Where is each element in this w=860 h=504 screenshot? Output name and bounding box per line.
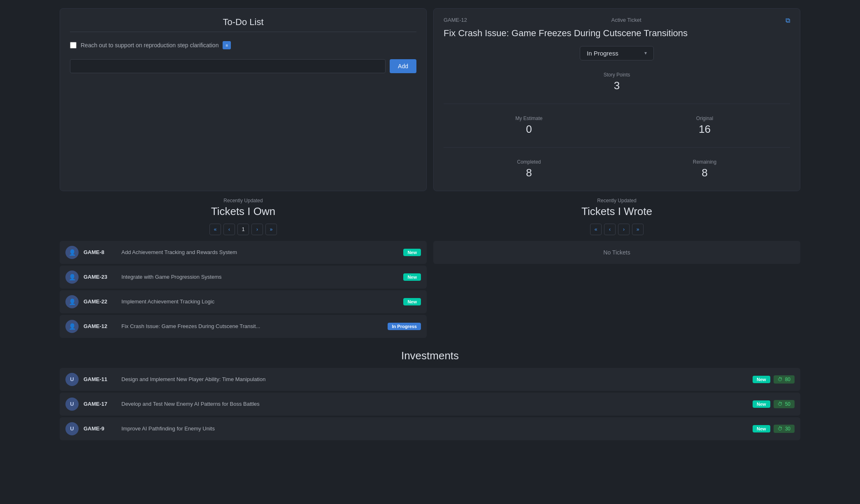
add-todo-button[interactable]: Add — [390, 59, 416, 73]
prev-page-btn[interactable]: ‹ — [223, 224, 235, 235]
todo-input[interactable] — [70, 59, 386, 73]
ticket-description: Fix Crash Issue: Game Freezes During Cut… — [121, 323, 383, 329]
avatar: U — [65, 422, 79, 435]
todo-checkbox-1[interactable] — [70, 42, 77, 49]
table-row[interactable]: 👤 GAME-23 Integrate with Game Progressio… — [60, 266, 427, 289]
list-item[interactable]: U GAME-17 Develop and Test New Enemy AI … — [60, 393, 800, 416]
avatar: 👤 — [65, 270, 79, 284]
points-value: 80 — [785, 377, 790, 382]
completed-value: 8 — [447, 166, 611, 179]
tickets-own-subtitle: Recently Updated — [60, 198, 427, 203]
my-estimate-stat: My Estimate 0 — [444, 112, 614, 139]
points-badge: ⏱ 80 — [774, 375, 795, 384]
points-value: 30 — [785, 426, 790, 432]
ticket-id: GAME-12 — [84, 323, 116, 329]
avatar: 👤 — [65, 246, 79, 259]
tickets-wrote-title: Tickets I Wrote — [433, 205, 800, 218]
table-row[interactable]: 👤 GAME-12 Fix Crash Issue: Game Freezes … — [60, 315, 427, 338]
completed-label: Completed — [447, 159, 611, 165]
ticket-id: GAME-23 — [84, 274, 116, 280]
tickets-own-title: Tickets I Own — [60, 205, 427, 218]
tickets-i-wrote-section: Recently Updated Tickets I Wrote « ‹ › »… — [433, 198, 800, 340]
first-page-btn[interactable]: « — [209, 224, 221, 235]
ticket-id: GAME-22 — [84, 298, 116, 305]
ticket-id: GAME-17 — [84, 401, 116, 407]
table-row[interactable]: 👤 GAME-8 Add Achievement Tracking and Re… — [60, 241, 427, 264]
tickets-wrote-subtitle: Recently Updated — [433, 198, 800, 203]
external-link-icon[interactable]: ⧉ — [786, 17, 790, 24]
status-badge: New — [753, 400, 770, 408]
todo-item-label-1: Reach out to support on reproduction ste… — [81, 42, 218, 49]
points-value: 50 — [785, 401, 790, 407]
invest-badges: New ⏱ 80 — [753, 375, 795, 384]
completed-stat: Completed 8 — [444, 156, 614, 183]
no-tickets-message: No Tickets — [433, 241, 800, 264]
status-badge: New — [403, 249, 421, 256]
list-item[interactable]: U GAME-11 Design and Implement New Playe… — [60, 368, 800, 391]
status-select[interactable]: In Progress ▾ — [580, 46, 654, 60]
todo-input-row: Add — [70, 59, 416, 73]
investments-title: Investments — [60, 349, 800, 362]
original-stat: Original 16 — [619, 112, 790, 139]
ticket-description: Integrate with Game Progression Systems — [121, 274, 398, 280]
next-page-btn[interactable]: › — [251, 224, 263, 235]
points-badge: ⏱ 30 — [774, 425, 795, 433]
list-item[interactable]: U GAME-9 Improve AI Pathfinding for Enem… — [60, 417, 800, 440]
status-badge: New — [753, 425, 770, 432]
ticket-id: GAME-8 — [84, 249, 116, 255]
original-value: 16 — [623, 123, 787, 136]
remaining-value: 8 — [623, 166, 787, 179]
ticket-description: Design and Implement New Player Ability:… — [121, 376, 748, 382]
avatar: U — [65, 373, 79, 386]
person-icon: 👤 — [69, 323, 76, 330]
avatar: U — [65, 398, 79, 411]
active-ticket-card: GAME-12 Active Ticket ⧉ Fix Crash Issue:… — [433, 8, 800, 191]
clock-icon: ⏱ — [778, 401, 783, 407]
avatar: 👤 — [65, 320, 79, 333]
ticket-description: Improve AI Pathfinding for Enemy Units — [121, 425, 748, 432]
ticket-description: Implement Achievement Tracking Logic — [121, 298, 398, 305]
clock-icon: ⏱ — [778, 377, 783, 382]
status-value: In Progress — [587, 50, 618, 57]
active-ticket-label: Active Ticket — [611, 17, 642, 23]
story-points-label: Story Points — [447, 72, 787, 78]
first-page-btn-wrote[interactable]: « — [590, 224, 602, 235]
story-points-value: 3 — [447, 79, 787, 92]
next-page-btn-wrote[interactable]: › — [618, 224, 630, 235]
invest-badges: New ⏱ 30 — [753, 425, 795, 433]
invest-badges: New ⏱ 50 — [753, 400, 795, 408]
last-page-btn-wrote[interactable]: » — [632, 224, 644, 235]
person-icon: 👤 — [69, 298, 76, 305]
prev-page-btn-wrote[interactable]: ‹ — [604, 224, 616, 235]
divider-1 — [444, 104, 790, 104]
remaining-stat: Remaining 8 — [619, 156, 790, 183]
note-icon: ≡ — [226, 43, 228, 48]
todo-title: To-Do List — [70, 17, 416, 32]
ticket-id: GAME-11 — [84, 376, 116, 382]
ticket-description: Add Achievement Tracking and Rewards Sys… — [121, 249, 398, 255]
todo-list-card: To-Do List Reach out to support on repro… — [60, 8, 427, 191]
ticket-id: GAME-9 — [84, 425, 116, 432]
chevron-down-icon: ▾ — [644, 50, 647, 56]
investments-section: Investments U GAME-11 Design and Impleme… — [60, 349, 800, 442]
divider-2 — [444, 147, 790, 148]
status-badge: In Progress — [388, 323, 421, 330]
tickets-wrote-pagination: « ‹ › » — [433, 224, 800, 235]
points-badge: ⏱ 50 — [774, 400, 795, 408]
status-badge: New — [753, 376, 770, 383]
ticket-description: Develop and Test New Enemy AI Patterns f… — [121, 401, 748, 407]
avatar: 👤 — [65, 295, 79, 308]
remaining-label: Remaining — [623, 159, 787, 165]
todo-note-icon[interactable]: ≡ — [223, 41, 231, 49]
my-estimate-value: 0 — [447, 123, 611, 136]
tickets-own-list: 👤 GAME-8 Add Achievement Tracking and Re… — [60, 241, 427, 338]
ticket-header: GAME-12 Active Ticket ⧉ — [444, 17, 790, 24]
person-icon: 👤 — [69, 274, 76, 280]
todo-item-1: Reach out to support on reproduction ste… — [70, 37, 416, 53]
person-icon: 👤 — [69, 249, 76, 256]
clock-icon: ⏱ — [778, 426, 783, 432]
investments-list: U GAME-11 Design and Implement New Playe… — [60, 368, 800, 440]
table-row[interactable]: 👤 GAME-22 Implement Achievement Tracking… — [60, 290, 427, 313]
last-page-btn[interactable]: » — [265, 224, 277, 235]
stats-grid: Story Points 3 My Estimate 0 Original 16… — [444, 69, 790, 183]
